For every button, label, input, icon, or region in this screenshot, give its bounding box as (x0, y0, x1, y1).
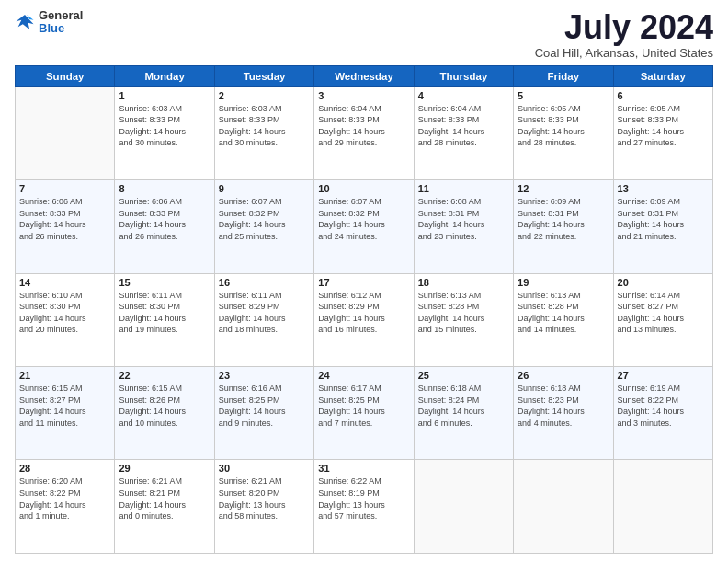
day-info: Sunrise: 6:14 AM Sunset: 8:27 PM Dayligh… (618, 290, 709, 336)
calendar-day-cell: 10Sunrise: 6:07 AM Sunset: 8:32 PM Dayli… (314, 180, 414, 273)
day-info: Sunrise: 6:15 AM Sunset: 8:27 PM Dayligh… (19, 383, 110, 429)
day-number: 20 (618, 277, 709, 288)
day-info: Sunrise: 6:09 AM Sunset: 8:31 PM Dayligh… (618, 196, 709, 242)
day-info: Sunrise: 6:04 AM Sunset: 8:33 PM Dayligh… (318, 103, 409, 149)
calendar-day-cell (414, 460, 513, 554)
calendar-day-cell: 27Sunrise: 6:19 AM Sunset: 8:22 PM Dayli… (613, 367, 712, 460)
calendar-week-row: 7Sunrise: 6:06 AM Sunset: 8:33 PM Daylig… (16, 180, 713, 273)
day-info: Sunrise: 6:22 AM Sunset: 8:19 PM Dayligh… (318, 476, 409, 522)
svg-marker-0 (16, 15, 33, 29)
day-number: 30 (219, 463, 310, 474)
day-of-week-header: Wednesday (314, 65, 414, 86)
day-number: 13 (618, 183, 709, 194)
day-info: Sunrise: 6:06 AM Sunset: 8:33 PM Dayligh… (119, 196, 210, 242)
day-info: Sunrise: 6:08 AM Sunset: 8:31 PM Dayligh… (418, 196, 509, 242)
day-info: Sunrise: 6:07 AM Sunset: 8:32 PM Dayligh… (219, 196, 310, 242)
day-info: Sunrise: 6:17 AM Sunset: 8:25 PM Dayligh… (318, 383, 409, 429)
day-number: 3 (318, 90, 409, 101)
calendar-day-cell: 18Sunrise: 6:13 AM Sunset: 8:28 PM Dayli… (414, 273, 513, 366)
day-number: 25 (418, 370, 509, 381)
day-number: 26 (518, 370, 609, 381)
day-info: Sunrise: 6:03 AM Sunset: 8:33 PM Dayligh… (219, 103, 310, 149)
day-number: 10 (318, 183, 409, 194)
day-number: 22 (119, 370, 210, 381)
calendar-day-cell (613, 460, 712, 554)
day-number: 31 (318, 463, 409, 474)
day-number: 9 (219, 183, 310, 194)
calendar-day-cell: 20Sunrise: 6:14 AM Sunset: 8:27 PM Dayli… (613, 273, 712, 366)
calendar-day-cell: 14Sunrise: 6:10 AM Sunset: 8:30 PM Dayli… (16, 273, 115, 366)
calendar-day-cell (514, 460, 613, 554)
calendar-week-row: 14Sunrise: 6:10 AM Sunset: 8:30 PM Dayli… (16, 273, 713, 366)
month-title: July 2024 (535, 9, 713, 46)
day-of-week-header: Thursday (414, 65, 513, 86)
day-info: Sunrise: 6:12 AM Sunset: 8:29 PM Dayligh… (318, 290, 409, 336)
page: General Blue July 2024 Coal Hill, Arkans… (0, 0, 728, 563)
header: General Blue July 2024 Coal Hill, Arkans… (15, 9, 713, 60)
day-info: Sunrise: 6:04 AM Sunset: 8:33 PM Dayligh… (418, 103, 509, 149)
calendar-day-cell: 2Sunrise: 6:03 AM Sunset: 8:33 PM Daylig… (214, 86, 313, 179)
title-block: July 2024 Coal Hill, Arkansas, United St… (535, 9, 713, 60)
logo: General Blue (15, 9, 83, 36)
calendar-day-cell: 3Sunrise: 6:04 AM Sunset: 8:33 PM Daylig… (314, 86, 414, 179)
location: Coal Hill, Arkansas, United States (535, 46, 713, 60)
day-number: 5 (518, 90, 609, 101)
days-of-week-row: SundayMondayTuesdayWednesdayThursdayFrid… (16, 65, 713, 86)
day-info: Sunrise: 6:05 AM Sunset: 8:33 PM Dayligh… (518, 103, 609, 149)
day-number: 6 (618, 90, 709, 101)
calendar-day-cell: 29Sunrise: 6:21 AM Sunset: 8:21 PM Dayli… (115, 460, 214, 554)
day-info: Sunrise: 6:18 AM Sunset: 8:24 PM Dayligh… (418, 383, 509, 429)
day-info: Sunrise: 6:20 AM Sunset: 8:22 PM Dayligh… (19, 476, 110, 522)
calendar-day-cell: 23Sunrise: 6:16 AM Sunset: 8:25 PM Dayli… (214, 367, 313, 460)
calendar-day-cell: 28Sunrise: 6:20 AM Sunset: 8:22 PM Dayli… (16, 460, 115, 554)
calendar-day-cell: 21Sunrise: 6:15 AM Sunset: 8:27 PM Dayli… (16, 367, 115, 460)
calendar-week-row: 1Sunrise: 6:03 AM Sunset: 8:33 PM Daylig… (16, 86, 713, 179)
day-of-week-header: Friday (514, 65, 613, 86)
calendar-day-cell: 19Sunrise: 6:13 AM Sunset: 8:28 PM Dayli… (514, 273, 613, 366)
day-info: Sunrise: 6:21 AM Sunset: 8:20 PM Dayligh… (219, 476, 310, 522)
day-number: 23 (219, 370, 310, 381)
day-number: 8 (119, 183, 210, 194)
calendar-day-cell: 6Sunrise: 6:05 AM Sunset: 8:33 PM Daylig… (613, 86, 712, 179)
day-number: 19 (518, 277, 609, 288)
day-number: 4 (418, 90, 509, 101)
calendar-day-cell: 30Sunrise: 6:21 AM Sunset: 8:20 PM Dayli… (214, 460, 313, 554)
day-number: 2 (219, 90, 310, 101)
day-number: 27 (618, 370, 709, 381)
calendar-day-cell: 24Sunrise: 6:17 AM Sunset: 8:25 PM Dayli… (314, 367, 414, 460)
day-info: Sunrise: 6:16 AM Sunset: 8:25 PM Dayligh… (219, 383, 310, 429)
day-number: 21 (19, 370, 110, 381)
calendar-week-row: 21Sunrise: 6:15 AM Sunset: 8:27 PM Dayli… (16, 367, 713, 460)
day-number: 24 (318, 370, 409, 381)
day-number: 14 (19, 277, 110, 288)
calendar-day-cell (16, 86, 115, 179)
calendar-day-cell: 22Sunrise: 6:15 AM Sunset: 8:26 PM Dayli… (115, 367, 214, 460)
day-info: Sunrise: 6:09 AM Sunset: 8:31 PM Dayligh… (518, 196, 609, 242)
day-info: Sunrise: 6:03 AM Sunset: 8:33 PM Dayligh… (119, 103, 210, 149)
day-of-week-header: Tuesday (214, 65, 313, 86)
day-number: 1 (119, 90, 210, 101)
day-number: 17 (318, 277, 409, 288)
calendar-day-cell: 26Sunrise: 6:18 AM Sunset: 8:23 PM Dayli… (514, 367, 613, 460)
day-number: 11 (418, 183, 509, 194)
day-info: Sunrise: 6:15 AM Sunset: 8:26 PM Dayligh… (119, 383, 210, 429)
calendar-day-cell: 25Sunrise: 6:18 AM Sunset: 8:24 PM Dayli… (414, 367, 513, 460)
calendar-day-cell: 7Sunrise: 6:06 AM Sunset: 8:33 PM Daylig… (16, 180, 115, 273)
calendar-body: 1Sunrise: 6:03 AM Sunset: 8:33 PM Daylig… (16, 86, 713, 553)
day-info: Sunrise: 6:13 AM Sunset: 8:28 PM Dayligh… (518, 290, 609, 336)
calendar-day-cell: 8Sunrise: 6:06 AM Sunset: 8:33 PM Daylig… (115, 180, 214, 273)
day-of-week-header: Saturday (613, 65, 712, 86)
calendar-table: SundayMondayTuesdayWednesdayThursdayFrid… (15, 65, 713, 554)
day-info: Sunrise: 6:07 AM Sunset: 8:32 PM Dayligh… (318, 196, 409, 242)
calendar-day-cell: 1Sunrise: 6:03 AM Sunset: 8:33 PM Daylig… (115, 86, 214, 179)
day-info: Sunrise: 6:21 AM Sunset: 8:21 PM Dayligh… (119, 476, 210, 522)
calendar-day-cell: 13Sunrise: 6:09 AM Sunset: 8:31 PM Dayli… (613, 180, 712, 273)
calendar-day-cell: 15Sunrise: 6:11 AM Sunset: 8:30 PM Dayli… (115, 273, 214, 366)
day-info: Sunrise: 6:11 AM Sunset: 8:30 PM Dayligh… (119, 290, 210, 336)
calendar-day-cell: 31Sunrise: 6:22 AM Sunset: 8:19 PM Dayli… (314, 460, 414, 554)
logo-bird-icon (15, 12, 35, 32)
day-info: Sunrise: 6:11 AM Sunset: 8:29 PM Dayligh… (219, 290, 310, 336)
day-number: 12 (518, 183, 609, 194)
day-number: 29 (119, 463, 210, 474)
calendar-day-cell: 17Sunrise: 6:12 AM Sunset: 8:29 PM Dayli… (314, 273, 414, 366)
